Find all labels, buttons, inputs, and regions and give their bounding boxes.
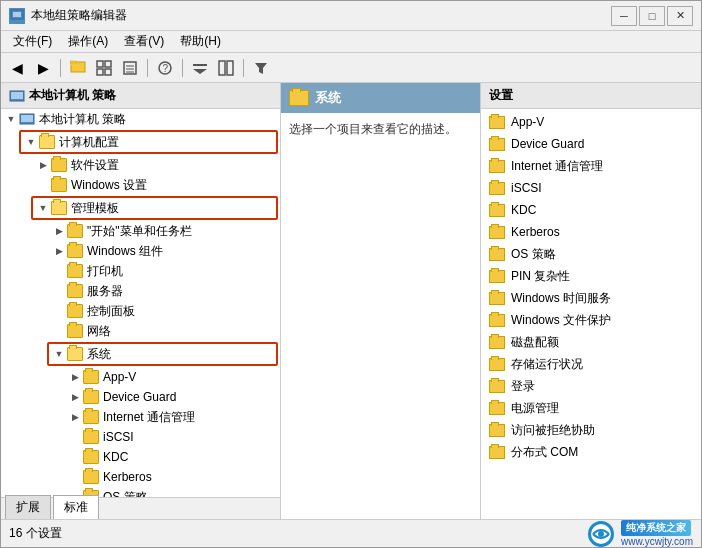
settings-folder-icon-login — [489, 380, 505, 393]
tab-standard[interactable]: 标准 — [53, 495, 99, 519]
menu-view[interactable]: 查看(V) — [116, 31, 172, 52]
folder-icon-windows-components — [67, 244, 83, 258]
maximize-button[interactable]: □ — [639, 6, 665, 26]
toggle-start-menu[interactable]: ▶ — [51, 223, 67, 239]
tree-item-kdc[interactable]: KDC — [1, 447, 280, 467]
tree-item-start-menu[interactable]: ▶ "开始"菜单和任务栏 — [1, 221, 280, 241]
tree-item-software[interactable]: ▶ 软件设置 — [1, 155, 280, 175]
toggle-appv[interactable]: ▶ — [67, 369, 83, 385]
settings-folder-icon-pin — [489, 270, 505, 283]
columns-button[interactable] — [214, 57, 238, 79]
forward-button[interactable]: ▶ — [31, 57, 55, 79]
tree-item-windows-components[interactable]: ▶ Windows 组件 — [1, 241, 280, 261]
settings-item-kdc[interactable]: KDC — [481, 199, 701, 221]
settings-item-access-denied[interactable]: 访问被拒绝协助 — [481, 419, 701, 441]
tree-item-local[interactable]: ▼ 本地计算机 策略 — [1, 109, 280, 129]
folder-icon-windows-settings — [51, 178, 67, 192]
settings-folder-icon-power — [489, 402, 505, 415]
tab-expand[interactable]: 扩展 — [5, 495, 51, 519]
filter-button[interactable] — [249, 57, 273, 79]
close-button[interactable]: ✕ — [667, 6, 693, 26]
tree-item-os-policy[interactable]: OS 策略 — [1, 487, 280, 497]
up-button[interactable] — [66, 57, 90, 79]
menu-file[interactable]: 文件(F) — [5, 31, 60, 52]
settings-item-windows-time[interactable]: Windows 时间服务 — [481, 287, 701, 309]
minimize-button[interactable]: ─ — [611, 6, 637, 26]
settings-item-storage[interactable]: 存储运行状况 — [481, 353, 701, 375]
svg-rect-9 — [105, 69, 111, 75]
tree-item-system[interactable]: ▼ 系统 — [49, 344, 276, 364]
settings-item-appv[interactable]: App-V — [481, 111, 701, 133]
desc-panel: 系统 选择一个项目来查看它的描述。 — [281, 83, 481, 519]
settings-item-disk-quota[interactable]: 磁盘配额 — [481, 331, 701, 353]
svg-rect-8 — [97, 69, 103, 75]
settings-item-power[interactable]: 电源管理 — [481, 397, 701, 419]
svg-rect-22 — [11, 92, 23, 99]
settings-item-login[interactable]: 登录 — [481, 375, 701, 397]
menu-action[interactable]: 操作(A) — [60, 31, 116, 52]
settings-folder-icon-kerberos — [489, 226, 505, 239]
tree-item-device-guard[interactable]: ▶ Device Guard — [1, 387, 280, 407]
tree-scroll-content[interactable]: ▼ 本地计算机 策略 ▼ 计算机配置 — [1, 109, 280, 497]
folder-icon-network — [67, 324, 83, 338]
tree-label-network: 网络 — [87, 323, 111, 340]
menu-help[interactable]: 帮助(H) — [172, 31, 229, 52]
settings-folder-icon-windows-time — [489, 292, 505, 305]
settings-folder-icon-access-denied — [489, 424, 505, 437]
tree-label-admin-templates: 管理模板 — [71, 200, 119, 217]
toggle-system[interactable]: ▼ — [51, 346, 67, 362]
back-button[interactable]: ◀ — [5, 57, 29, 79]
settings-folder-icon-internet-mgmt — [489, 160, 505, 173]
main-area: 本地计算机 策略 ▼ 本地计算机 策略 — [1, 83, 701, 519]
help-button[interactable]: ? — [153, 57, 177, 79]
settings-item-pin[interactable]: PIN 复杂性 — [481, 265, 701, 287]
settings-item-device-guard[interactable]: Device Guard — [481, 133, 701, 155]
tree-item-appv[interactable]: ▶ App-V — [1, 367, 280, 387]
toggle-admin-templates[interactable]: ▼ — [35, 200, 51, 216]
toggle-internet-mgmt[interactable]: ▶ — [67, 409, 83, 425]
tree-item-kerberos[interactable]: Kerberos — [1, 467, 280, 487]
view-button[interactable] — [188, 57, 212, 79]
desc-body: 选择一个项目来查看它的描述。 — [281, 113, 480, 146]
logo-badge: 纯净系统之家 — [621, 520, 691, 536]
tree-item-printers[interactable]: 打印机 — [1, 261, 280, 281]
settings-item-windows-file-prot[interactable]: Windows 文件保护 — [481, 309, 701, 331]
settings-label-storage: 存储运行状况 — [511, 356, 583, 373]
settings-folder-icon-iscsi — [489, 182, 505, 195]
svg-rect-16 — [193, 64, 207, 66]
settings-item-distributed-com[interactable]: 分布式 COM — [481, 441, 701, 463]
tree-label-device-guard: Device Guard — [103, 390, 176, 404]
settings-item-iscsi[interactable]: iSCSI — [481, 177, 701, 199]
tree-item-servers[interactable]: 服务器 — [1, 281, 280, 301]
settings-label-power: 电源管理 — [511, 400, 559, 417]
desc-header: 系统 — [281, 83, 480, 113]
settings-item-internet-mgmt[interactable]: Internet 通信管理 — [481, 155, 701, 177]
folder-icon-servers — [67, 284, 83, 298]
tree-item-network[interactable]: 网络 — [1, 321, 280, 341]
toggle-local[interactable]: ▼ — [3, 111, 19, 127]
tree-item-windows-settings[interactable]: Windows 设置 — [1, 175, 280, 195]
settings-content[interactable]: App-V Device Guard Internet 通信管理 — [481, 109, 701, 519]
show-hide-button[interactable] — [92, 57, 116, 79]
settings-item-os-policy[interactable]: OS 策略 — [481, 243, 701, 265]
settings-label-kerberos: Kerberos — [511, 225, 560, 239]
toggle-computer-config[interactable]: ▼ — [23, 134, 39, 150]
tree-label-iscsi: iSCSI — [103, 430, 134, 444]
folder-icon-printers — [67, 264, 83, 278]
tree-label-software: 软件设置 — [71, 157, 119, 174]
properties-button[interactable] — [118, 57, 142, 79]
tree-item-control-panel[interactable]: 控制面板 — [1, 301, 280, 321]
window-title: 本地组策略编辑器 — [31, 7, 611, 24]
tree-panel: 本地计算机 策略 ▼ 本地计算机 策略 — [1, 83, 281, 519]
toggle-device-guard[interactable]: ▶ — [67, 389, 83, 405]
status-logo: 纯净系统之家 www.ycwjty.com — [585, 520, 693, 548]
tree-item-internet-mgmt[interactable]: ▶ Internet 通信管理 — [1, 407, 280, 427]
toggle-software[interactable]: ▶ — [35, 157, 51, 173]
tree-item-iscsi[interactable]: iSCSI — [1, 427, 280, 447]
tree-item-computer-config[interactable]: ▼ 计算机配置 — [21, 132, 276, 152]
toggle-windows-components[interactable]: ▶ — [51, 243, 67, 259]
settings-item-kerberos[interactable]: Kerberos — [481, 221, 701, 243]
settings-folder-icon-windows-file-prot — [489, 314, 505, 327]
tree-label-windows-settings: Windows 设置 — [71, 177, 147, 194]
tree-item-admin-templates[interactable]: ▼ 管理模板 — [33, 198, 276, 218]
